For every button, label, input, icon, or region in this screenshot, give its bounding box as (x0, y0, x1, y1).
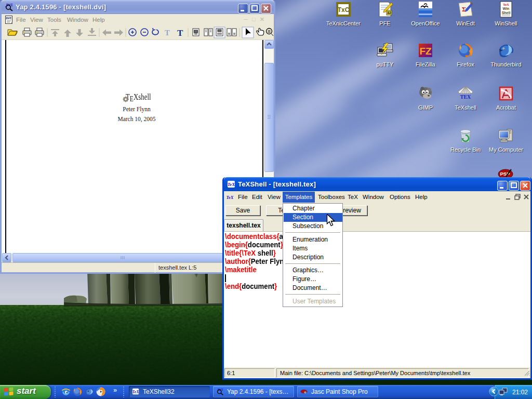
svg-text:e: e (64, 389, 67, 395)
svg-text:TxC: TxC (338, 6, 350, 14)
svg-text:TeX: TeX (228, 182, 236, 187)
svg-text:T: T (177, 28, 183, 38)
svg-text:Σ: Σ (462, 5, 467, 13)
svg-text:Win: Win (503, 7, 510, 10)
svg-text:TeX: TeX (132, 390, 140, 394)
svg-text:T: T (165, 29, 170, 37)
svg-text:8: 8 (304, 391, 305, 393)
svg-text:FZ: FZ (419, 46, 432, 57)
svg-text:TeX: TeX (227, 195, 234, 200)
svg-text:TEX: TEX (460, 94, 471, 100)
svg-text:Shell: Shell (502, 11, 511, 15)
svg-text:TeX: TeX (503, 3, 509, 7)
svg-text:32: 32 (387, 11, 391, 15)
svg-text:DVI: DVI (6, 17, 12, 20)
